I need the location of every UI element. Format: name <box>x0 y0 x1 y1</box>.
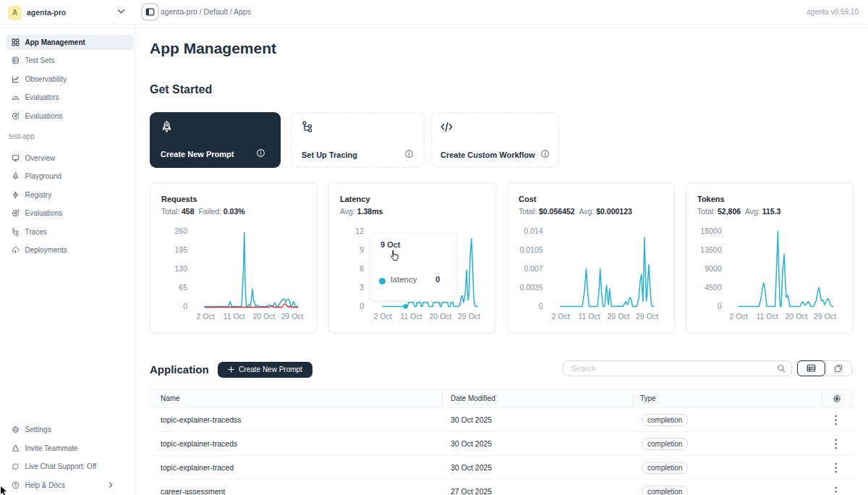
svg-text:11 Oct: 11 Oct <box>756 312 778 321</box>
svg-text:0: 0 <box>359 302 364 310</box>
svg-text:0: 0 <box>183 302 187 310</box>
svg-text:18000: 18000 <box>700 227 721 235</box>
svg-text:9: 9 <box>359 245 364 254</box>
svg-text:2 Oct: 2 Oct <box>196 312 214 321</box>
svg-text:11 Oct: 11 Oct <box>400 312 422 321</box>
svg-text:9000: 9000 <box>705 264 722 273</box>
svg-text:0.014: 0.014 <box>524 227 542 235</box>
svg-text:29 Oct: 29 Oct <box>814 312 836 321</box>
svg-text:13500: 13500 <box>700 245 721 254</box>
svg-text:195: 195 <box>174 245 187 254</box>
svg-text:2 Oct: 2 Oct <box>373 312 391 321</box>
svg-text:65: 65 <box>179 283 187 292</box>
svg-text:3: 3 <box>359 283 364 292</box>
svg-text:6: 6 <box>359 264 364 273</box>
svg-text:4500: 4500 <box>705 283 722 292</box>
svg-text:11 Oct: 11 Oct <box>224 312 245 321</box>
svg-text:20 Oct: 20 Oct <box>430 312 452 321</box>
svg-text:0.0035: 0.0035 <box>519 283 542 292</box>
svg-text:0.007: 0.007 <box>524 264 542 273</box>
svg-text:20 Oct: 20 Oct <box>253 312 276 321</box>
svg-text:20 Oct: 20 Oct <box>608 312 630 321</box>
svg-text:0.0105: 0.0105 <box>519 245 542 254</box>
svg-text:0: 0 <box>718 302 722 310</box>
svg-text:0: 0 <box>539 302 543 310</box>
svg-text:11 Oct: 11 Oct <box>578 312 600 321</box>
svg-text:2 Oct: 2 Oct <box>729 312 747 321</box>
svg-text:20 Oct: 20 Oct <box>786 312 808 321</box>
svg-text:130: 130 <box>174 264 187 273</box>
svg-text:29 Oct: 29 Oct <box>636 312 658 321</box>
svg-text:29 Oct: 29 Oct <box>458 312 480 321</box>
svg-text:29 Oct: 29 Oct <box>281 312 304 321</box>
svg-text:260: 260 <box>174 227 187 235</box>
svg-text:12: 12 <box>355 227 364 235</box>
svg-text:2 Oct: 2 Oct <box>551 312 569 321</box>
